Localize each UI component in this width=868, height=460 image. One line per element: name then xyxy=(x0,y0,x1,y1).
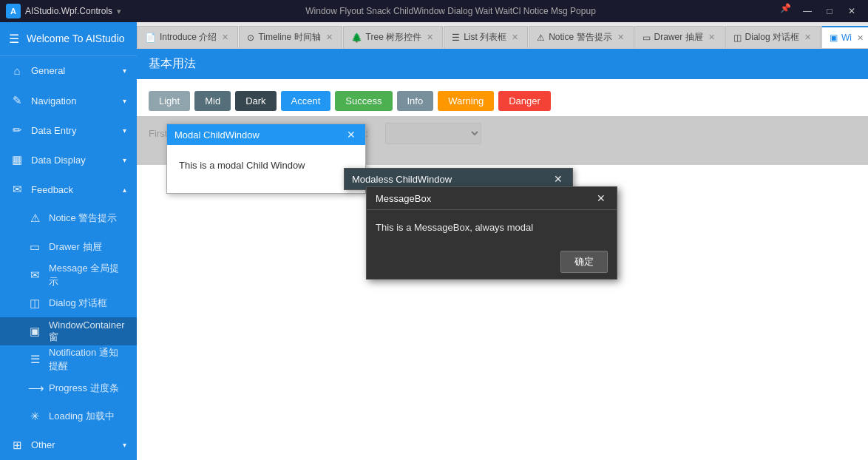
chevron-icon: ▾ xyxy=(123,126,126,135)
tab-timeline[interactable]: ⊙ Timeline 时间轴 ✕ xyxy=(239,26,342,48)
demo-area: Light Mid Dark Accent Success Info Warni… xyxy=(137,79,868,165)
light-button[interactable]: Light xyxy=(149,91,190,111)
window-controls: 📌 — □ ✕ xyxy=(780,3,862,19)
danger-button[interactable]: Danger xyxy=(498,91,551,111)
sidebar-item-data-display[interactable]: ▦ Data Display ▾ xyxy=(0,145,137,175)
app-logo: A xyxy=(6,4,21,18)
tab-dialog[interactable]: ◫ Dialog 对话框 ✕ xyxy=(725,26,821,48)
warning-icon: ⚠ xyxy=(28,212,41,225)
message-box-close[interactable]: ✕ xyxy=(594,192,608,204)
sidebar-header: ☰ Welcome To AIStudio xyxy=(0,22,137,56)
dialog-icon: ◫ xyxy=(28,297,41,310)
chevron-icon: ▾ xyxy=(123,156,126,164)
sidebar-item-message[interactable]: ✉ Message 全局提示 xyxy=(0,261,137,289)
message-box-confirm-button[interactable]: 确定 xyxy=(560,251,608,273)
tab-wi-icon: ▣ xyxy=(830,33,838,43)
tab-wi[interactable]: ▣ Wi ✕ xyxy=(821,26,868,48)
tab-notice[interactable]: ⚠ Notice 警告提示 ✕ xyxy=(529,26,633,48)
tab-wi-label: Wi xyxy=(841,33,852,43)
sidebar-item-general[interactable]: ⌂ General ▾ xyxy=(0,56,137,86)
sidebar-item-navigation[interactable]: ✎ Navigation ▾ xyxy=(0,86,137,115)
modal-child-window-text: This is a modal Child Window xyxy=(179,160,305,171)
window-icon: ▣ xyxy=(28,325,41,338)
modal-child-window: Modal ChildWindow ✕ This is a modal Chil… xyxy=(166,124,366,194)
tab-notice-close[interactable]: ✕ xyxy=(616,32,625,43)
message-box-title: MessageBox xyxy=(376,193,431,204)
sidebar-item-loading[interactable]: ✳ Loading 加载中 xyxy=(0,402,137,430)
sidebar-item-windowcontainer[interactable]: ▣ WindowContainer 窗 xyxy=(0,317,137,345)
message-box: MessageBox ✕ This is a MessageBox, alway… xyxy=(366,186,617,280)
tab-drawer[interactable]: ▭ Drawer 抽屉 ✕ xyxy=(634,26,725,48)
tab-notice-label: Notice 警告提示 xyxy=(549,31,611,44)
sidebar-item-other[interactable]: ⊞ Other ▾ xyxy=(0,430,137,460)
tab-introduce[interactable]: 📄 Introduce 介绍 ✕ xyxy=(137,26,238,48)
tab-timeline-icon: ⊙ xyxy=(247,33,254,43)
modal-child-window-title: Modal ChildWindow xyxy=(174,129,260,141)
tab-dialog-label: Dialog 对话框 xyxy=(745,31,799,44)
tab-drawer-close[interactable]: ✕ xyxy=(707,32,716,43)
grid-icon: ▦ xyxy=(10,153,24,166)
edit-icon: ✏ xyxy=(10,124,24,137)
sidebar-title: Welcome To AIStudio xyxy=(27,33,125,44)
other-icon: ⊞ xyxy=(10,439,24,452)
sidebar-item-notification[interactable]: ☰ Notification 通知提醒 xyxy=(0,345,137,373)
tab-drawer-label: Drawer 抽屉 xyxy=(654,31,703,44)
modal-child-window-close[interactable]: ✕ xyxy=(345,129,358,141)
sidebar-item-notice[interactable]: ⚠ Notice 警告提示 xyxy=(0,204,137,232)
feedback-icon: ✉ xyxy=(10,183,24,196)
notification-icon: ☰ xyxy=(28,353,41,366)
page-header: 基本用法 xyxy=(137,49,868,79)
tab-list-close[interactable]: ✕ xyxy=(510,32,520,43)
tab-list[interactable]: ☰ List 列表框 ✕ xyxy=(444,26,528,48)
chevron-icon: ▾ xyxy=(123,67,126,75)
tab-tree-label: Tree 树形控件 xyxy=(366,31,422,44)
chevron-icon: ▾ xyxy=(123,441,126,449)
tab-wi-close[interactable]: ✕ xyxy=(855,33,865,44)
warning-button[interactable]: Warning xyxy=(438,91,494,111)
sidebar-item-dialog[interactable]: ◫ Dialog 对话框 xyxy=(0,289,137,317)
message-box-text: This is a MessageBox, always modal xyxy=(376,222,533,233)
mid-button[interactable]: Mid xyxy=(194,91,231,111)
tab-tree-close[interactable]: ✕ xyxy=(425,32,435,43)
page-content: 基本用法 Light Mid Dark Accent Success Info … xyxy=(137,49,868,460)
tab-tree[interactable]: 🌲 Tree 树形控件 ✕ xyxy=(343,26,444,48)
tab-introduce-label: Introduce 介绍 xyxy=(160,31,217,44)
page-title: 基本用法 xyxy=(149,57,196,70)
chevron-icon: ▾ xyxy=(123,97,126,105)
modaless-child-window-close[interactable]: ✕ xyxy=(552,173,565,185)
tab-tree-icon: 🌲 xyxy=(351,33,362,43)
content-area: 📄 Introduce 介绍 ✕ ⊙ Timeline 时间轴 ✕ 🌲 Tree… xyxy=(137,22,868,460)
accent-button[interactable]: Accent xyxy=(281,91,331,111)
sidebar-item-data-entry[interactable]: ✏ Data Entry ▾ xyxy=(0,115,137,145)
sidebar-item-drawer[interactable]: ▭ Drawer 抽屉 xyxy=(0,233,137,261)
home-icon: ⌂ xyxy=(10,64,24,77)
message-box-footer: 确定 xyxy=(367,245,617,279)
modal-child-window-header: Modal ChildWindow ✕ xyxy=(167,124,365,145)
chevron-up-icon: ▴ xyxy=(123,186,126,194)
tab-introduce-close[interactable]: ✕ xyxy=(220,32,230,43)
message-box-body: This is a MessageBox, always modal xyxy=(367,210,617,245)
style-button-group: Light Mid Dark Accent Success Info Warni… xyxy=(149,91,856,111)
loading-icon: ✳ xyxy=(28,410,41,423)
drawer-icon: ▭ xyxy=(28,240,41,254)
success-button[interactable]: Success xyxy=(335,91,392,111)
dark-button[interactable]: Dark xyxy=(235,91,276,111)
sidebar: ☰ Welcome To AIStudio ⌂ General ▾ ✎ Navi… xyxy=(0,22,137,460)
tab-dialog-close[interactable]: ✕ xyxy=(803,32,813,43)
tab-timeline-close[interactable]: ✕ xyxy=(325,32,334,43)
nav-icon: ✎ xyxy=(10,94,24,107)
info-button[interactable]: Info xyxy=(397,91,434,111)
message-icon: ✉ xyxy=(28,268,41,282)
dropdown-arrow[interactable]: ▾ xyxy=(117,7,121,16)
sidebar-item-progress[interactable]: ⟶ Progress 进度条 xyxy=(0,373,137,402)
hamburger-icon[interactable]: ☰ xyxy=(9,32,19,46)
title-bar: A AIStudio.Wpf.Controls ▾ Window Flyout … xyxy=(0,0,868,22)
window-title: Window Flyout Snack ChildWindow Dialog W… xyxy=(305,6,596,16)
modaless-child-window-title: Modaless ChildWindow xyxy=(352,174,452,185)
sidebar-item-feedback[interactable]: ✉ Feedback ▴ xyxy=(0,175,137,204)
close-button[interactable]: ✕ xyxy=(841,3,862,19)
maximize-button[interactable]: □ xyxy=(819,3,840,19)
tab-list-icon: ☰ xyxy=(452,33,460,43)
app-name: AIStudio.Wpf.Controls xyxy=(25,6,112,16)
minimize-button[interactable]: — xyxy=(797,3,818,19)
